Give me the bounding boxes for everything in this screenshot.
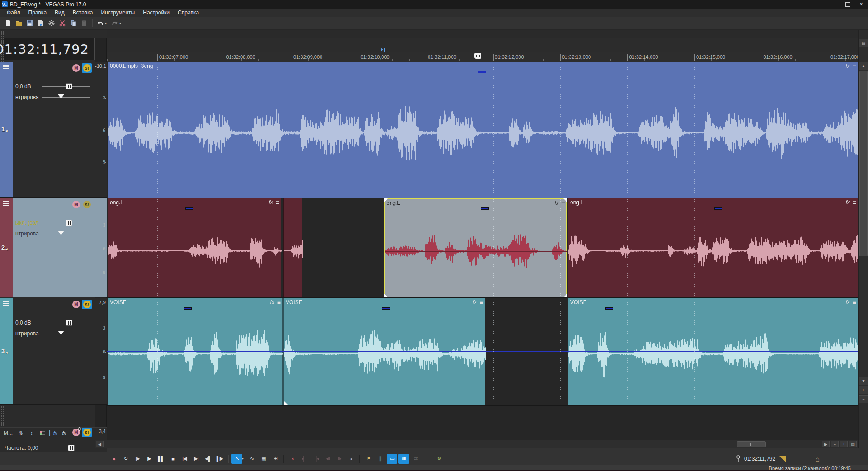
track-menu-icon[interactable] [2, 64, 10, 70]
scroll-up-button[interactable]: ▲ [859, 62, 868, 70]
open-button[interactable] [14, 18, 24, 28]
prev-frame-button[interactable]: ◀▌ [203, 454, 213, 464]
timeline-marker-icon[interactable] [381, 48, 385, 52]
undo-button-dropdown[interactable]: ▾ [105, 21, 109, 25]
undo-button[interactable] [95, 18, 106, 28]
copy-button[interactable] [68, 18, 79, 28]
event-fx-icon[interactable]: fx [554, 200, 558, 206]
edit-tool-button-dropdown[interactable]: ▾ [242, 457, 245, 461]
bus-solo-button[interactable]: S! [82, 428, 92, 437]
event-fx-icon[interactable]: fx [472, 299, 476, 306]
insert-marker-button[interactable]: ⚑ [363, 454, 374, 464]
event-fx-icon[interactable]: fx [845, 199, 849, 206]
horizontal-scroll-thumb[interactable] [737, 441, 766, 447]
lock-button[interactable]: ▪ [346, 454, 357, 464]
bus-fx-icon[interactable]: fx [60, 429, 69, 437]
event-menu-icon[interactable]: ≡ [277, 299, 281, 306]
fx-automation-icon[interactable]: ▏fx [49, 429, 58, 437]
track-header-1[interactable]: 1◄MS!0,0 dBнтрирова [0, 62, 107, 198]
go-to-start-button[interactable]: |◀ [179, 454, 190, 464]
audio-event[interactable]: 00001.mpls_3engfx≡ [108, 62, 858, 198]
split-right-button[interactable]: ‖▸ [334, 454, 345, 464]
audio-event[interactable]: eng.Lfx≡ [108, 198, 281, 297]
minimize-button[interactable]: – [827, 0, 841, 9]
mute-button[interactable]: M [72, 201, 80, 208]
pan-slider-thumb[interactable] [58, 231, 64, 235]
timeline-options-button[interactable]: ▤ [859, 39, 868, 47]
event-menu-icon[interactable]: ≡ [480, 299, 483, 306]
split-left-button[interactable]: ◂‖ [322, 454, 333, 464]
horizontal-scrollbar[interactable]: ◀▶−+▤ [95, 440, 858, 448]
menu-item-7[interactable]: Справка [174, 9, 203, 16]
event-fx-buttons[interactable]: fx≡ [269, 199, 279, 206]
redo-button[interactable] [109, 18, 120, 28]
cut-button[interactable] [57, 18, 68, 28]
home-icon[interactable]: ⌂ [811, 454, 823, 463]
solo-button[interactable]: S! [82, 63, 92, 73]
properties-button[interactable] [46, 18, 57, 28]
menu-item-3[interactable]: Вид [51, 9, 69, 16]
selection-tool-button[interactable]: ▦ [258, 454, 269, 464]
maximize-button[interactable] [841, 0, 854, 9]
edge-handle[interactable] [284, 401, 288, 405]
event-menu-icon[interactable]: ≡ [853, 299, 856, 306]
vertical-scroll-thumb[interactable] [859, 71, 868, 256]
menu-item-4[interactable]: Вставка [69, 9, 97, 16]
scroll-left-button[interactable]: ◀ [96, 441, 104, 447]
loop-region-button[interactable]: ▭ [387, 454, 397, 464]
volume-slider-thumb[interactable] [66, 320, 72, 326]
stop-button[interactable]: ■ [167, 454, 178, 464]
audio-event[interactable] [283, 198, 302, 297]
auto-ripple-button[interactable]: ≋ [398, 454, 409, 464]
menu-item-1[interactable]: Файл [3, 9, 24, 16]
audio-event[interactable]: eng.Lfx≡ [568, 198, 858, 297]
selection-corner-handle[interactable] [563, 198, 567, 202]
pan-slider-thumb[interactable] [58, 94, 64, 99]
render-as-button[interactable] [35, 18, 46, 28]
event-menu-icon[interactable]: ≡ [853, 62, 856, 70]
save-button[interactable] [24, 18, 35, 28]
time-display[interactable]: 01:32:11,792 [4, 38, 95, 60]
audio-event[interactable]: eng.Lfx≡ [384, 198, 567, 297]
volume-slider-thumb[interactable] [66, 83, 72, 89]
timeline-zoom-out-button[interactable]: − [831, 441, 839, 447]
volume-slider-thumb[interactable] [66, 220, 72, 226]
track-header-2[interactable]: 2◄MS!ыкл. (солнтрирова [0, 198, 107, 297]
selection-corner-handle[interactable] [563, 294, 567, 297]
minimize-track-height-icon[interactable]: ↨ [27, 429, 36, 437]
event-fx-buttons[interactable]: fx≡ [845, 299, 856, 306]
track-header-3[interactable]: 3◄MS!0,0 dBнтрирова [0, 298, 107, 405]
play-button[interactable]: ▶ [144, 454, 155, 464]
play-from-start-button[interactable]: |▶ [132, 454, 143, 464]
scroll-down-button[interactable]: ▼ [859, 377, 868, 385]
playhead-handle[interactable] [474, 53, 481, 59]
timeline-zoom-in-button[interactable]: + [840, 441, 848, 447]
mute-button[interactable]: M [72, 64, 80, 72]
event-fx-icon[interactable]: fx [270, 299, 274, 306]
pause-button[interactable]: ▌▌ [156, 454, 166, 464]
volume-envelope-line[interactable] [107, 351, 858, 352]
loop-playback-button[interactable]: ↻ [120, 454, 131, 464]
event-fx-icon[interactable]: fx [269, 199, 273, 206]
menu-item-5[interactable]: Инструменты [97, 9, 139, 16]
edit-tool-button[interactable]: ↖ [231, 454, 242, 464]
delete-button[interactable]: × [287, 454, 298, 464]
ripple-edit-button[interactable]: ⇄ [410, 454, 421, 464]
automation-settings-icon[interactable] [38, 429, 47, 437]
bus-freq-slider-thumb[interactable] [68, 445, 75, 451]
event-fx-icon[interactable]: fx [845, 63, 849, 69]
event-menu-icon[interactable]: ≡ [276, 199, 279, 206]
scroll-right-button[interactable]: ▶ [822, 441, 830, 447]
script-button[interactable]: ⚙ [434, 454, 444, 464]
next-frame-button[interactable]: ▌▶ [214, 454, 225, 464]
menu-item-2[interactable]: Правка [24, 9, 51, 16]
paste-button[interactable] [79, 18, 90, 28]
menu-item-6[interactable]: Настройки [139, 9, 174, 16]
envelope-tool-button[interactable]: ∿ [246, 454, 257, 464]
track-menu-icon[interactable] [2, 300, 10, 306]
event-tool-button[interactable]: ≣ [422, 454, 433, 464]
solo-button[interactable]: S! [82, 300, 92, 309]
track-zoom-in-button[interactable]: + [859, 386, 868, 394]
insert-region-button[interactable]: ∥ [375, 454, 386, 464]
bus-mute-button[interactable]: M [72, 429, 80, 436]
